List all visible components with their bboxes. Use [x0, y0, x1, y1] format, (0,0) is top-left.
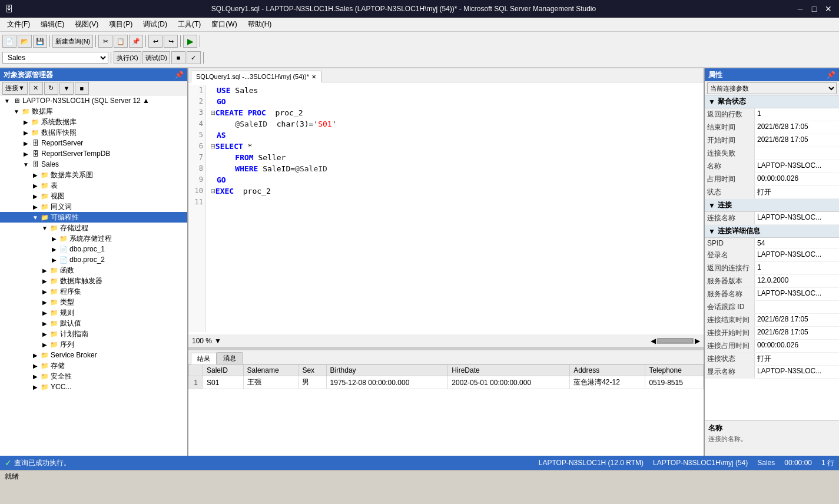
fold-btn-10[interactable]: ⊟ [211, 187, 215, 195]
tree-item-sys-dbs[interactable]: ▶📁系统数据库 [0, 117, 187, 127]
prop-section-连接详细信息[interactable]: ▼连接详细信息 [705, 225, 839, 238]
tb-debug[interactable]: 调试(D) [142, 51, 170, 64]
tree-item-security[interactable]: ▶📁安全性 [0, 371, 187, 382]
tree-item-storage[interactable]: ▶📁存储 [0, 360, 187, 371]
tree-expand-reportservertemp[interactable]: ▶ [21, 151, 31, 157]
tree-expand-sales[interactable]: ▼ [21, 161, 31, 168]
oe-refresh[interactable]: ↻ [44, 82, 58, 95]
oe-stop[interactable]: ■ [75, 82, 89, 95]
menu-item-文件(F)[interactable]: 文件(F) [2, 18, 35, 31]
prop-section-连接[interactable]: ▼连接 [705, 199, 839, 212]
tree-expand-server[interactable]: ▼ [2, 98, 12, 104]
tree-expand-databases[interactable]: ▼ [12, 108, 21, 115]
tree-expand-assemblies[interactable]: ▶ [40, 289, 49, 295]
tree-expand-sys-dbs[interactable]: ▶ [21, 119, 31, 125]
tb-cut[interactable]: ✂ [98, 35, 112, 48]
tree-item-databases[interactable]: ▼📁数据库 [0, 106, 187, 117]
results-tab-1[interactable]: 消息 [217, 352, 243, 364]
tb-undo[interactable]: ↩ [148, 35, 163, 48]
tree-expand-types[interactable]: ▶ [40, 299, 49, 306]
zoom-dropdown-icon[interactable]: ▼ [214, 337, 221, 345]
tb-redo[interactable]: ↪ [164, 35, 178, 48]
tree-item-sales[interactable]: ▼🗄Sales [0, 159, 187, 170]
tb-execute[interactable]: 执行(X) [114, 51, 141, 64]
oe-disconnect[interactable]: ✕ [29, 82, 43, 95]
fold-btn-3[interactable]: ⊟ [211, 108, 215, 117]
tree-item-sequences[interactable]: ▶📁序列 [0, 339, 187, 350]
editor-tab-main[interactable]: SQLQuery1.sql -...3SLOC1H\myj (54))* ✕ [191, 71, 321, 82]
tb-open[interactable]: 📂 [18, 35, 32, 48]
tree-item-assemblies[interactable]: ▶📁程序集 [0, 286, 187, 297]
maximize-button[interactable]: □ [808, 3, 820, 15]
tree-item-plans[interactable]: ▶📁计划指南 [0, 329, 187, 339]
tree-item-sys-storedprocs[interactable]: ▶📁系统存储过程 [0, 233, 187, 244]
prop-dropdown[interactable]: 当前连接参数 [707, 82, 837, 94]
menu-item-项目(P)[interactable]: 项目(P) [104, 18, 137, 31]
tree-item-dbo-proc1[interactable]: ▶📄dbo.proc_1 [0, 244, 187, 254]
tree-item-db-triggers[interactable]: ▶📁数据库触发器 [0, 276, 187, 286]
oe-connect-btn[interactable]: 连接▼ [2, 82, 28, 95]
tree-item-db-snapshots[interactable]: ▶📁数据库快照 [0, 127, 187, 138]
tree-expand-sequences[interactable]: ▶ [40, 341, 49, 348]
code-content[interactable]: USE SalesGO⊟CREATE PROC proc_2 @SaleID c… [206, 85, 341, 332]
close-button[interactable]: ✕ [823, 3, 834, 15]
tb-stop[interactable]: ■ [171, 51, 185, 64]
tree-expand-db-snapshots[interactable]: ▶ [21, 130, 31, 136]
tree-expand-db-diagrams[interactable]: ▶ [31, 172, 40, 178]
tree-expand-ycc[interactable]: ▶ [31, 384, 40, 390]
tree-expand-views[interactable]: ▶ [31, 193, 40, 200]
tree-expand-dbo-proc1[interactable]: ▶ [49, 246, 59, 253]
tb-paste[interactable]: 📌 [129, 35, 143, 48]
tree-item-ycc[interactable]: ▶📁YCC... [0, 382, 187, 392]
tree-expand-plans[interactable]: ▶ [40, 331, 49, 337]
results-tab-0[interactable]: 结果 [191, 353, 217, 364]
tree-item-functions[interactable]: ▶📁函数 [0, 265, 187, 276]
tree-item-rules[interactable]: ▶📁规则 [0, 307, 187, 318]
tb-run[interactable]: ▶ [183, 35, 197, 48]
tree-item-server[interactable]: ▼🖥LAPTOP-N3SLOC1H (SQL Server 12 ▲ [0, 95, 187, 106]
tree-item-reportservertemp[interactable]: ▶🗄ReportServerTempDB [0, 148, 187, 159]
tree-item-dbo-proc2[interactable]: ▶📄dbo.proc_2 [0, 254, 187, 265]
tree-expand-db-triggers[interactable]: ▶ [40, 278, 49, 284]
tree-expand-defaults[interactable]: ▶ [40, 320, 49, 327]
menu-item-视图(V)[interactable]: 视图(V) [70, 18, 103, 31]
tree-item-synonyms[interactable]: ▶📁同义词 [0, 201, 187, 212]
tree-item-service-broker[interactable]: ▶📁Service Broker [0, 350, 187, 360]
fold-btn-6[interactable]: ⊟ [211, 142, 215, 151]
editor-tab-close[interactable]: ✕ [311, 74, 316, 80]
tree-item-reportserver[interactable]: ▶🗄ReportServer [0, 138, 187, 148]
tree-expand-tables[interactable]: ▶ [31, 183, 40, 189]
prop-section-聚合状态[interactable]: ▼聚合状态 [705, 95, 839, 108]
tree-expand-storedprocs[interactable]: ▼ [40, 225, 49, 231]
code-editor[interactable]: 1234567891011 USE SalesGO⊟CREATE PROC pr… [188, 82, 704, 334]
tree-item-defaults[interactable]: ▶📁默认值 [0, 318, 187, 329]
tree-item-types[interactable]: ▶📁类型 [0, 297, 187, 307]
menu-item-编辑(E)[interactable]: 编辑(E) [36, 18, 69, 31]
menu-item-调试(D)[interactable]: 调试(D) [138, 18, 172, 31]
scroll-left-icon[interactable]: ◀ [651, 337, 656, 345]
menu-item-工具(T)[interactable]: 工具(T) [173, 18, 205, 31]
tb-save[interactable]: 💾 [33, 35, 47, 48]
tree-expand-functions[interactable]: ▶ [40, 267, 49, 274]
scroll-right-icon[interactable]: ▶ [695, 337, 700, 345]
tb-copy[interactable]: 📋 [114, 35, 128, 48]
tree-expand-synonyms[interactable]: ▶ [31, 204, 40, 210]
tree-item-programmability[interactable]: ▼📁可编程性 [0, 212, 187, 223]
tree-item-tables[interactable]: ▶📁表 [0, 180, 187, 191]
tb-new-query[interactable]: 新建查询(N) [52, 35, 93, 48]
tb-parse[interactable]: ✓ [187, 51, 201, 64]
tree-expand-service-broker[interactable]: ▶ [31, 352, 40, 359]
tree-expand-dbo-proc2[interactable]: ▶ [49, 257, 59, 263]
menu-item-帮助(H)[interactable]: 帮助(H) [243, 18, 277, 31]
menu-item-窗口(W)[interactable]: 窗口(W) [207, 18, 241, 31]
tree-item-db-diagrams[interactable]: ▶📁数据库关系图 [0, 170, 187, 180]
tb-new-file[interactable]: 📄 [2, 35, 16, 48]
tree-expand-sys-storedprocs[interactable]: ▶ [49, 236, 59, 242]
tree-expand-rules[interactable]: ▶ [40, 310, 49, 316]
db-selector[interactable]: Sales [2, 52, 108, 64]
tree-expand-reportserver[interactable]: ▶ [21, 140, 31, 147]
minimize-button[interactable]: ─ [794, 3, 806, 15]
tree-expand-security[interactable]: ▶ [31, 373, 40, 380]
tree-item-views[interactable]: ▶📁视图 [0, 191, 187, 201]
tree-expand-programmability[interactable]: ▼ [31, 214, 40, 221]
